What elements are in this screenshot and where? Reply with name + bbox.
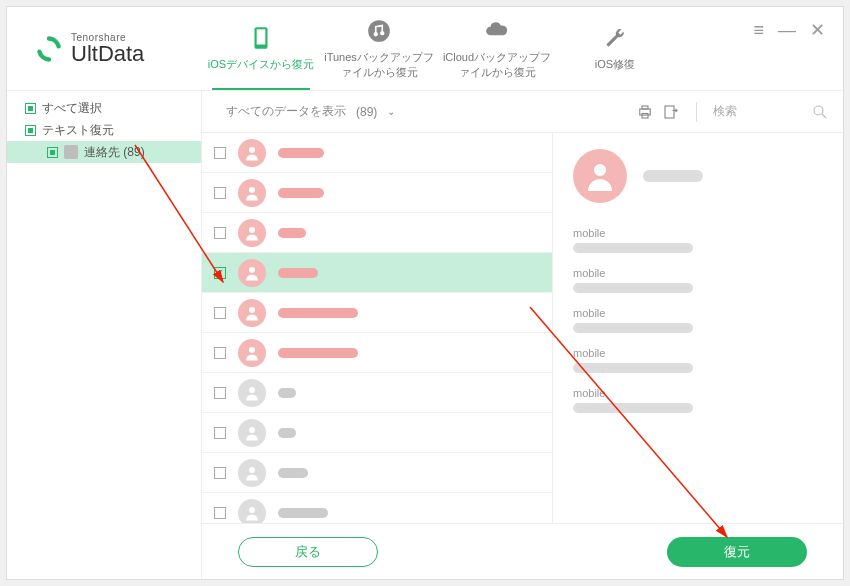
search-icon[interactable] [811, 103, 829, 121]
svg-point-4 [380, 31, 384, 35]
list-item[interactable] [202, 253, 552, 293]
contact-name [278, 508, 328, 518]
list-item[interactable] [202, 133, 552, 173]
svg-point-20 [249, 507, 255, 513]
field-label: mobile [573, 227, 823, 239]
toolbar: すべてのデータを表示 (89) ⌄ 検索 [202, 91, 843, 133]
tab-label: iOS修復 [595, 57, 635, 72]
contact-name [643, 170, 703, 182]
svg-point-14 [249, 267, 255, 273]
svg-point-13 [249, 227, 255, 233]
close-icon[interactable]: ✕ [810, 21, 825, 39]
contact-name [278, 388, 296, 398]
print-icon[interactable] [636, 103, 654, 121]
avatar [238, 499, 266, 524]
list-item[interactable] [202, 173, 552, 213]
field-label: mobile [573, 307, 823, 319]
svg-point-17 [249, 387, 255, 393]
row-checkbox[interactable] [214, 467, 226, 479]
tab-label: iCloudバックアップファイルから復元 [442, 50, 552, 80]
sidebar: すべて選択 テキスト復元 連絡先 (89) [7, 91, 202, 579]
list-item[interactable] [202, 293, 552, 333]
field-value [573, 283, 693, 293]
contact-name [278, 428, 296, 438]
avatar [238, 419, 266, 447]
menu-icon[interactable]: ≡ [753, 21, 764, 39]
tree-contacts[interactable]: 連絡先 (89) [7, 141, 201, 163]
contact-name [278, 268, 318, 278]
logo-name: UltData [71, 43, 144, 65]
window-controls: ≡ — ✕ [753, 21, 825, 39]
svg-point-21 [594, 164, 606, 176]
filter-dropdown[interactable]: すべてのデータを表示 (89) ⌄ [226, 103, 395, 120]
minimize-icon[interactable]: — [778, 21, 796, 39]
contact-name [278, 188, 324, 198]
avatar [573, 149, 627, 203]
tab-ios-device[interactable]: iOSデバイスから復元 [202, 7, 320, 90]
svg-point-18 [249, 427, 255, 433]
row-checkbox[interactable] [214, 507, 226, 519]
recover-button[interactable]: 復元 [667, 537, 807, 567]
header: Tenorshare UltData iOSデバイスから復元 iTunesバック… [7, 7, 843, 91]
avatar [238, 379, 266, 407]
row-checkbox[interactable] [214, 147, 226, 159]
contact-name [278, 468, 308, 478]
row-checkbox[interactable] [214, 187, 226, 199]
avatar [238, 259, 266, 287]
svg-rect-7 [642, 113, 648, 118]
avatar [238, 299, 266, 327]
footer: 戻る 復元 [202, 523, 843, 579]
tree-text-recovery[interactable]: テキスト復元 [7, 119, 201, 141]
list-item[interactable] [202, 213, 552, 253]
svg-point-15 [249, 307, 255, 313]
svg-point-9 [814, 106, 823, 115]
contact-name [278, 228, 306, 238]
field-value [573, 403, 693, 413]
svg-rect-6 [642, 106, 648, 109]
filter-label: すべてのデータを表示 [226, 103, 346, 120]
checkbox-icon[interactable] [47, 147, 58, 158]
row-checkbox[interactable] [214, 427, 226, 439]
checkbox-icon[interactable] [25, 125, 36, 136]
search-input[interactable]: 検索 [713, 103, 803, 120]
tab-itunes-backup[interactable]: iTunesバックアップファイルから復元 [320, 7, 438, 90]
field-label: mobile [573, 267, 823, 279]
field-value [573, 243, 693, 253]
list-item[interactable] [202, 493, 552, 523]
row-checkbox[interactable] [214, 347, 226, 359]
list-item[interactable] [202, 453, 552, 493]
export-icon[interactable] [662, 103, 680, 121]
svg-rect-5 [640, 109, 651, 115]
contact-name [278, 348, 358, 358]
app-logo: Tenorshare UltData [7, 33, 202, 65]
list-item[interactable] [202, 333, 552, 373]
row-checkbox[interactable] [214, 387, 226, 399]
contact-name [278, 148, 324, 158]
row-checkbox[interactable] [214, 227, 226, 239]
tab-icloud-backup[interactable]: iCloudバックアップファイルから復元 [438, 7, 556, 90]
svg-point-3 [374, 32, 378, 36]
svg-point-11 [249, 147, 255, 153]
row-checkbox[interactable] [214, 267, 226, 279]
field-value [573, 363, 693, 373]
contact-list [202, 133, 553, 523]
tab-ios-repair[interactable]: iOS修復 [556, 7, 674, 90]
logo-icon [35, 35, 63, 63]
back-button[interactable]: 戻る [238, 537, 378, 567]
contact-icon [64, 145, 78, 159]
tree-select-all[interactable]: すべて選択 [7, 97, 201, 119]
field-label: mobile [573, 347, 823, 359]
checkbox-icon[interactable] [25, 103, 36, 114]
svg-point-12 [249, 187, 255, 193]
list-item[interactable] [202, 373, 552, 413]
svg-rect-8 [665, 106, 674, 118]
tab-label: iTunesバックアップファイルから復元 [324, 50, 434, 80]
field-label: mobile [573, 387, 823, 399]
filter-count: (89) [356, 105, 377, 119]
avatar [238, 219, 266, 247]
list-item[interactable] [202, 413, 552, 453]
music-icon [366, 18, 392, 44]
svg-point-2 [368, 20, 390, 42]
tab-label: iOSデバイスから復元 [208, 57, 314, 72]
row-checkbox[interactable] [214, 307, 226, 319]
